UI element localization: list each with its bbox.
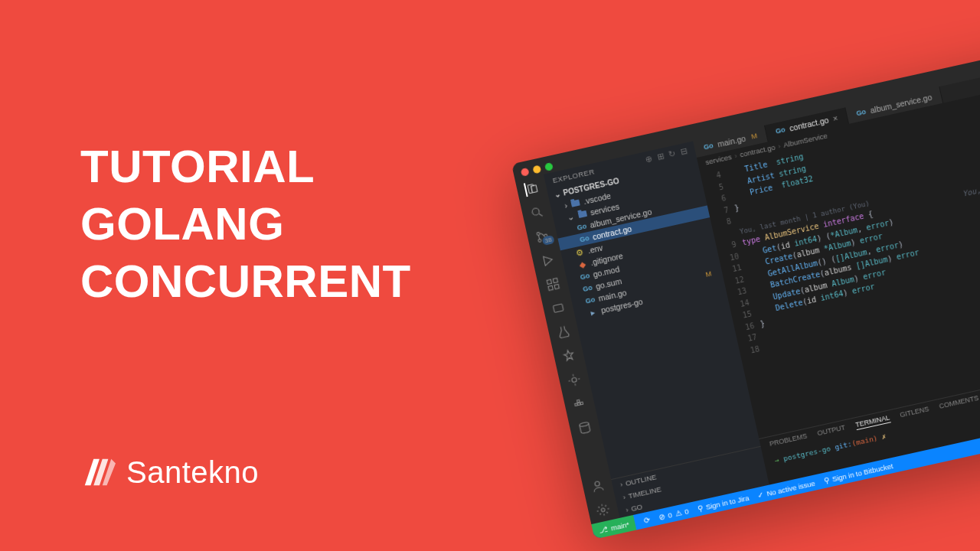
svg-rect-4 bbox=[547, 279, 551, 284]
editor-window-wrap: 38 EXPLORER ⊕ ⊞ bbox=[511, 38, 980, 540]
svg-rect-5 bbox=[553, 278, 557, 282]
branch-icon: ⎇ bbox=[598, 524, 609, 534]
svg-point-9 bbox=[571, 377, 577, 383]
window-close-button[interactable] bbox=[521, 168, 530, 177]
new-file-icon[interactable]: ⊕ bbox=[645, 154, 654, 165]
status-errors[interactable]: ⊘0 ⚠0 bbox=[658, 507, 690, 521]
go-file-icon: Go bbox=[775, 126, 786, 135]
settings-gear-icon[interactable] bbox=[595, 502, 611, 518]
go-file-icon: Go bbox=[856, 108, 867, 117]
banner-title: TUTORIAL GOLANG CONCURRENT bbox=[80, 138, 411, 310]
svg-rect-11 bbox=[577, 403, 580, 406]
refresh-icon[interactable]: ↻ bbox=[668, 148, 677, 160]
new-folder-icon[interactable]: ⊞ bbox=[656, 151, 665, 162]
source-control-icon[interactable]: 38 bbox=[534, 228, 550, 244]
chevron-right-icon: › bbox=[622, 493, 626, 501]
go-file-icon: Go bbox=[582, 283, 593, 294]
svg-rect-10 bbox=[575, 403, 578, 406]
svg-rect-8 bbox=[553, 304, 564, 312]
folder-icon bbox=[570, 200, 580, 207]
tab-label: main.go bbox=[717, 134, 746, 149]
status-sync[interactable]: ⟳ bbox=[643, 515, 651, 524]
brand-name: Santekno bbox=[126, 455, 259, 490]
scm-badge-count: 38 bbox=[542, 235, 555, 246]
title-line-1: TUTORIAL bbox=[80, 138, 411, 195]
svg-point-15 bbox=[594, 481, 599, 487]
chevron-right-icon: › bbox=[733, 152, 737, 160]
close-icon[interactable]: × bbox=[832, 113, 839, 123]
brand-logo-icon bbox=[80, 455, 116, 490]
testing-icon[interactable] bbox=[555, 324, 571, 340]
window-zoom-button[interactable] bbox=[544, 162, 554, 171]
account-icon[interactable] bbox=[590, 478, 606, 494]
remote-icon[interactable] bbox=[550, 300, 566, 316]
env-file-icon: ⚙ bbox=[574, 247, 585, 258]
docker-icon[interactable] bbox=[571, 396, 587, 412]
folder-icon bbox=[577, 210, 586, 218]
collapse-icon[interactable]: ⊟ bbox=[679, 146, 688, 158]
search-icon[interactable] bbox=[529, 204, 545, 220]
svg-point-14 bbox=[580, 422, 590, 427]
svg-rect-6 bbox=[548, 285, 553, 290]
git-file-icon: ◆ bbox=[577, 259, 587, 269]
database-icon[interactable] bbox=[577, 419, 593, 435]
chevron-right-icon: › bbox=[777, 142, 781, 150]
brand: Santekno bbox=[80, 455, 259, 490]
warning-icon: ⚠ bbox=[674, 508, 682, 518]
go-file-icon: Go bbox=[580, 271, 590, 282]
gitlens-icon[interactable] bbox=[566, 372, 582, 388]
go-file-icon: Go bbox=[579, 233, 590, 244]
svg-point-16 bbox=[601, 508, 605, 512]
chevron-right-icon: › bbox=[564, 201, 568, 210]
title-line-3: CONCURRENT bbox=[80, 253, 411, 310]
go-file-icon: Go bbox=[577, 221, 587, 232]
bookmark-icon[interactable] bbox=[560, 347, 577, 364]
svg-rect-7 bbox=[554, 284, 559, 289]
file-status-modified: M bbox=[705, 269, 712, 278]
svg-rect-13 bbox=[577, 399, 580, 403]
binary-file-icon: ▸ bbox=[587, 307, 598, 318]
error-icon: ⊘ bbox=[658, 512, 666, 521]
sync-icon: ⟳ bbox=[643, 515, 651, 524]
explorer-icon[interactable] bbox=[524, 181, 540, 197]
chevron-down-icon: ⌄ bbox=[554, 190, 561, 199]
svg-point-0 bbox=[531, 207, 540, 216]
go-file-icon: Go bbox=[585, 295, 596, 305]
chevron-down-icon: ⌄ bbox=[567, 212, 575, 223]
branch-name: main* bbox=[610, 520, 630, 532]
run-debug-icon[interactable] bbox=[540, 252, 556, 268]
title-line-2: GOLANG bbox=[80, 195, 411, 253]
window-minimize-button[interactable] bbox=[532, 165, 541, 174]
chevron-right-icon: › bbox=[619, 480, 623, 488]
chevron-right-icon: › bbox=[625, 505, 629, 514]
extensions-icon[interactable] bbox=[545, 276, 561, 292]
go-file-icon: Go bbox=[703, 142, 714, 151]
editor-window: 38 EXPLORER ⊕ ⊞ bbox=[511, 38, 980, 540]
tab-status: M bbox=[750, 132, 757, 140]
svg-rect-12 bbox=[580, 402, 583, 405]
